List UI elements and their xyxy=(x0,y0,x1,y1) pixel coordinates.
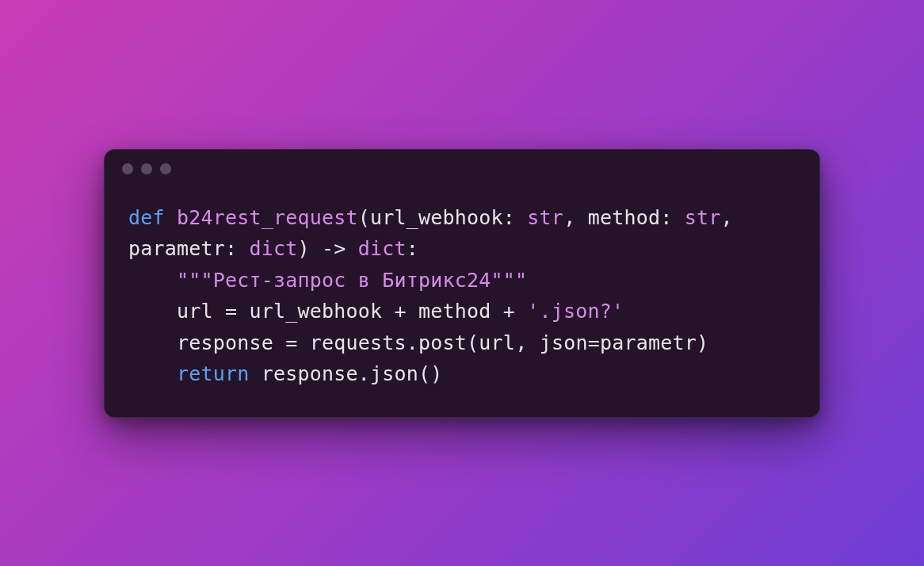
token-paren-open: ( xyxy=(358,206,370,229)
token-type-str: str xyxy=(685,206,721,229)
token-docstring: """Рест-запрос в Битрикс24""" xyxy=(177,269,527,292)
token-colon: : xyxy=(225,237,250,260)
token-colon: : xyxy=(660,206,685,229)
window-minimize-icon[interactable] xyxy=(141,163,152,174)
token-arrow: -> xyxy=(310,237,358,260)
token-colon: : xyxy=(407,237,418,260)
token-comma: , xyxy=(515,331,540,354)
token-plus: + xyxy=(491,300,528,323)
token-keyword-def: def xyxy=(128,206,165,229)
token-var-response: response xyxy=(177,331,273,354)
token-equals: = xyxy=(588,331,600,354)
token-type-dict: dict xyxy=(250,237,298,260)
token-paren-open: ( xyxy=(467,331,479,354)
token-colon: : xyxy=(503,206,528,229)
token-string: '.json?' xyxy=(527,300,624,323)
token-plus: + xyxy=(382,300,418,323)
token-paren-close: ) xyxy=(697,331,708,354)
token-kwarg-val: parametr xyxy=(600,331,697,354)
token-equals: = xyxy=(213,300,250,323)
token-var: response xyxy=(262,362,358,385)
token-parens: () xyxy=(418,362,443,385)
code-window: def b24rest_request(url_webhook: str, me… xyxy=(104,149,820,418)
token-type-str: str xyxy=(527,206,563,229)
code-content: def b24rest_request(url_webhook: str, me… xyxy=(105,188,819,417)
token-method-json: json xyxy=(370,362,418,385)
token-var: method xyxy=(418,300,491,323)
token-module: requests xyxy=(310,331,407,354)
token-dot: . xyxy=(358,362,370,385)
window-maximize-icon[interactable] xyxy=(160,163,171,174)
token-var: url_webhook xyxy=(250,300,383,323)
token-return-type: dict xyxy=(358,237,407,260)
window-titlebar xyxy=(105,150,819,188)
token-function-name: b24rest_request xyxy=(177,206,358,229)
window-close-icon[interactable] xyxy=(122,163,133,174)
token-keyword-return: return xyxy=(177,362,250,385)
token-space xyxy=(250,362,262,385)
token-var-url: url xyxy=(177,300,213,323)
token-equals: = xyxy=(273,331,310,354)
token-dot: . xyxy=(407,331,418,354)
token-method-post: post xyxy=(418,331,467,354)
token-param1: url_webhook xyxy=(370,206,503,229)
token-paren-close: ) xyxy=(298,237,310,260)
token-param3: parametr xyxy=(128,237,225,260)
token-comma: , xyxy=(563,206,588,229)
token-comma: , xyxy=(720,206,745,229)
token-param2: method xyxy=(588,206,661,229)
token-kwarg-name: json xyxy=(540,331,588,354)
token-arg: url xyxy=(479,331,515,354)
